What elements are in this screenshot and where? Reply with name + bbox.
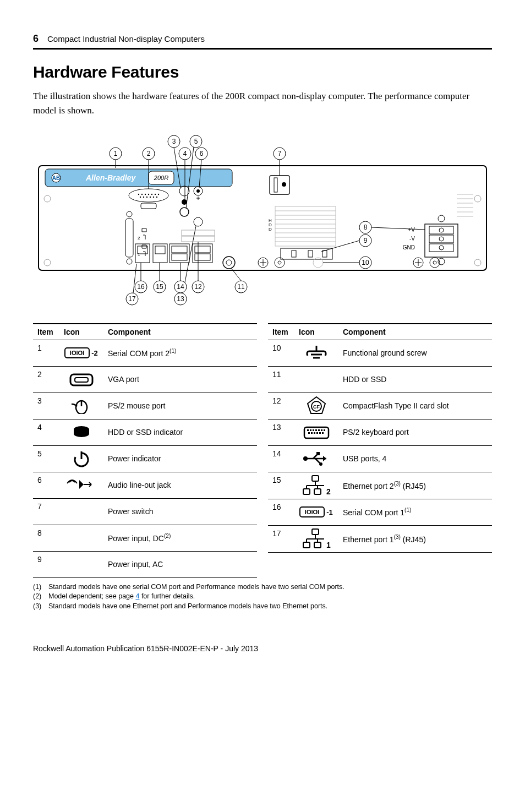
- svg-rect-142: [70, 374, 92, 385]
- svg-point-5: [44, 195, 51, 202]
- terminal-vpos: +V: [408, 227, 415, 233]
- table-row: 12CFCompactFlash Type II card slot: [268, 393, 492, 419]
- svg-rect-180: [314, 489, 321, 494]
- svg-rect-156: [307, 429, 309, 431]
- svg-point-28: [196, 189, 200, 193]
- brand-label: Allen-Bradley: [85, 173, 136, 182]
- table-row: 14USB ports, 4: [268, 445, 492, 472]
- svg-point-26: [180, 208, 189, 216]
- item-number: 13: [268, 419, 294, 445]
- svg-point-6: [44, 259, 51, 266]
- svg-rect-71: [429, 226, 453, 234]
- table-row: 9Power input, AC: [33, 551, 257, 577]
- th-component: Component: [338, 324, 492, 340]
- components-table-right: Item Icon Component 10Functional ground …: [268, 323, 492, 553]
- svg-point-15: [155, 193, 156, 194]
- table-row: 16IOIOI-1Serial COM port 1(1): [268, 499, 492, 525]
- svg-point-172: [319, 462, 322, 466]
- table-row: 171Ethernet port 1(3) (RJ45): [268, 525, 492, 552]
- publication-footer: Rockwell Automation Publication 6155R-IN…: [33, 644, 492, 653]
- svg-rect-36: [195, 246, 210, 253]
- svg-point-18: [143, 196, 144, 197]
- svg-point-87: [433, 261, 436, 264]
- svg-text:11: 11: [237, 283, 245, 291]
- svg-rect-179: [303, 489, 310, 494]
- svg-point-76: [439, 246, 444, 250]
- usb-icon: [294, 445, 338, 472]
- svg-rect-168: [322, 432, 324, 434]
- cf-icon: CF: [294, 393, 338, 419]
- table-row: 3PS/2 mouse port: [33, 393, 257, 419]
- component-label: PS/2 keyboard port: [338, 419, 492, 445]
- table-row: 6Audio line-out jack: [33, 472, 257, 498]
- svg-rect-65: [322, 250, 327, 257]
- component-label: Ethernet port 1(3) (RJ45): [338, 525, 492, 552]
- item-number: 8: [33, 525, 59, 551]
- item-number: 9: [33, 551, 59, 577]
- table-row: 10Functional ground screw: [268, 340, 492, 366]
- blank-icon: [59, 525, 103, 551]
- footnote: (2)Model dependent; see page 4 for furth…: [33, 592, 492, 602]
- svg-point-45: [127, 259, 132, 264]
- components-table-left: Item Icon Component 1IOIOI-2Serial COM p…: [33, 323, 257, 578]
- footnotes: (1)Standard models have one serial COM p…: [33, 582, 492, 612]
- eth1-icon: 1: [294, 525, 338, 552]
- svg-rect-32: [169, 244, 189, 263]
- svg-rect-62: [281, 248, 332, 259]
- svg-text:1: 1: [114, 150, 118, 157]
- svg-rect-191: [314, 542, 321, 548]
- svg-rect-185: [312, 529, 319, 535]
- table-row: 152Ethernet port 2(3) (RJ45): [268, 472, 492, 499]
- svg-point-7: [474, 195, 481, 202]
- footnote-text: Model dependent; see page 4 for further …: [48, 592, 195, 602]
- svg-point-29: [194, 217, 203, 226]
- svg-rect-163: [308, 432, 310, 434]
- svg-rect-46: [125, 219, 133, 257]
- th-item: Item: [33, 324, 59, 340]
- component-label: Serial COM port 1(1): [338, 499, 492, 525]
- footnote-index: (3): [33, 602, 48, 612]
- svg-text:13: 13: [177, 295, 184, 303]
- blank-icon: [59, 498, 103, 525]
- table-row: 7Power switch: [33, 498, 257, 525]
- svg-text:9: 9: [364, 237, 368, 244]
- item-number: 17: [268, 525, 294, 552]
- svg-rect-190: [303, 542, 310, 548]
- svg-point-21: [153, 196, 154, 197]
- blank-icon: [294, 366, 338, 393]
- svg-text:10: 10: [362, 259, 369, 266]
- item-number: 3: [33, 393, 59, 419]
- svg-line-111: [371, 227, 425, 230]
- svg-rect-171: [316, 452, 320, 455]
- table-row: 4HDD or SSD indicator: [33, 419, 257, 445]
- th-icon: Icon: [294, 324, 338, 340]
- svg-rect-47: [270, 176, 289, 194]
- svg-rect-166: [316, 432, 318, 434]
- svg-point-78: [438, 258, 445, 265]
- svg-point-12: [145, 193, 146, 194]
- section-intro: The illustration shows the hardware feat…: [33, 89, 492, 118]
- svg-text:-1: -1: [326, 508, 333, 516]
- svg-rect-167: [319, 432, 321, 434]
- component-label: PS/2 mouse port: [103, 393, 257, 419]
- component-label: CompactFlash Type II card slot: [338, 393, 492, 419]
- svg-rect-33: [172, 246, 187, 253]
- th-icon: Icon: [59, 324, 103, 340]
- item-number: 1: [33, 340, 59, 366]
- svg-rect-70: [425, 224, 458, 257]
- svg-rect-64: [308, 250, 313, 257]
- page-number: 6: [33, 33, 39, 45]
- component-label: USB ports, 4: [338, 445, 492, 472]
- svg-rect-158: [313, 429, 314, 431]
- vga-icon: [59, 366, 103, 393]
- svg-text:14: 14: [177, 283, 184, 291]
- page-header: 6 Compact Industrial Non-display Compute…: [33, 33, 492, 50]
- terminal-vneg: -V: [409, 236, 415, 242]
- svg-text:D: D: [269, 227, 272, 232]
- item-number: 11: [268, 366, 294, 393]
- item-number: 4: [33, 419, 59, 445]
- svg-rect-159: [315, 429, 317, 431]
- svg-point-72: [439, 228, 444, 232]
- svg-text:2: 2: [147, 150, 151, 157]
- svg-rect-164: [311, 432, 313, 434]
